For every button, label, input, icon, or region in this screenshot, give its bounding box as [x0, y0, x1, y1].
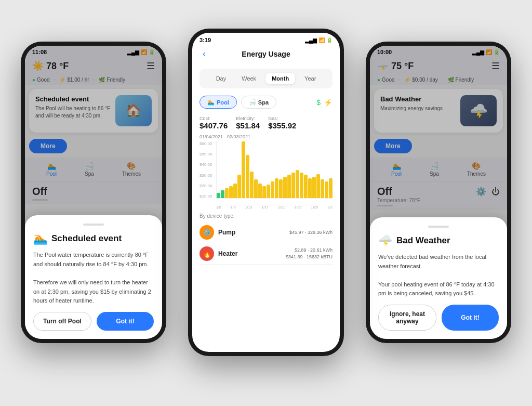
wifi-icon-right: 📶: [486, 49, 492, 55]
tab-month[interactable]: Month: [265, 73, 295, 84]
heater-stats: $2.89 · 20.61 kWh $341.69 · 15632 kBTU: [286, 247, 332, 260]
tab-year[interactable]: Year: [298, 73, 322, 84]
tab-pool-center[interactable]: 🏊 Pool: [200, 96, 237, 109]
chart-bar-23: [312, 177, 316, 198]
chart-bar-13: [271, 181, 274, 198]
more-button-right[interactable]: More: [374, 139, 412, 153]
stat-gas-value: $355.92: [268, 121, 296, 130]
info-rate-label-right: $0.00 / day: [412, 77, 437, 83]
chart-bar-7: [246, 155, 249, 198]
chart-x-labels: 1/5 1/9 1/13 1/17 1/21 1/25 1/29 2/2: [216, 205, 332, 209]
nav-tab-pool-left[interactable]: 🏊 Pool: [46, 162, 57, 177]
pool-label-right: Pool: [391, 171, 402, 177]
chart-section-center: 01/04/2021 - 02/03/2021 $60.00 $50.00 $4…: [192, 134, 340, 209]
modal-actions-right: Ignore, heat anyway Got it!: [378, 305, 499, 331]
stat-cost-label: Cost:: [200, 116, 228, 121]
chart-bars: [216, 141, 332, 199]
left-phone-screen: 11:08 ▂▄▆ 📶 🔋 ☀️ 78 °F ☰ ● Good · ⚡: [25, 46, 162, 339]
modal-body-left: The Pool water temperature is currently …: [33, 251, 154, 306]
status-bar-right: 10:00 ▂▄▆ 📶 🔋: [370, 46, 507, 57]
themes-label-left: Themes: [122, 171, 141, 177]
modal-header-left: 🏊 Scheduled event: [33, 232, 154, 245]
chart-y-labels: $60.00 $50.00 $40.00 $30.00 $20.00 $10.0…: [200, 141, 216, 199]
info-good-right: ● Good: [377, 77, 395, 83]
chart-bar-1: [221, 190, 224, 198]
got-it-button-left[interactable]: Got it!: [97, 312, 154, 331]
bad-weather-img: 🌩️: [460, 95, 497, 126]
pool-label-left: Pool: [46, 171, 57, 177]
center-phone-screen: 3:19 ▂▄▆ 📶 🔋 ‹ Energy Usage Day Week Mon…: [192, 33, 340, 352]
page-title-center: Energy Usage: [242, 50, 290, 58]
lightning-icon[interactable]: ⚡: [324, 98, 332, 107]
chart-bar-18: [291, 173, 295, 198]
chart-bar-3: [229, 186, 233, 198]
chart-bar-14: [275, 178, 278, 198]
menu-icon-left[interactable]: ☰: [147, 60, 155, 72]
settings-icon-right[interactable]: ⚙️: [476, 187, 486, 197]
tab-day[interactable]: Day: [210, 73, 233, 84]
signal-icon: ▂▄▆: [127, 49, 139, 55]
nav-tab-pool-right[interactable]: 🏊 Pool: [391, 162, 402, 177]
temperature-left: 78 °F: [46, 61, 69, 72]
chart-bar-27: [329, 178, 332, 198]
signal-icons-center: ▂▄▆ 📶 🔋: [305, 37, 332, 43]
modal-body-right: We've detected bad weather from the loca…: [378, 253, 499, 298]
chart-bar-12: [267, 185, 270, 198]
themes-icon-left: 🎨: [127, 162, 136, 170]
info-friendly-label: Friendly: [107, 77, 125, 83]
chart-bar-5: [237, 175, 241, 198]
back-button-center[interactable]: ‹: [200, 47, 209, 60]
spa-label-left: Spa: [85, 171, 94, 177]
device-type-section: By device type: ⚙️ Pump $45.97 · 328.36 …: [192, 209, 340, 269]
chart-bar-16: [283, 177, 287, 198]
ignore-heat-button[interactable]: Ignore, heat anyway: [378, 305, 436, 331]
bad-weather-title: Bad Weather: [380, 95, 443, 103]
weather-icon-right: 🌩️: [377, 60, 389, 72]
status-bar-center: 3:19 ▂▄▆ 📶 🔋: [192, 33, 340, 45]
info-good-label-right: Good: [382, 77, 394, 83]
more-button-left[interactable]: More: [29, 139, 67, 153]
battery-icon: 🔋: [149, 49, 155, 55]
modal-title-left: Scheduled event: [51, 233, 122, 244]
chart-bar-10: [258, 184, 262, 198]
dollar-icon[interactable]: $: [316, 98, 321, 107]
got-it-button-right[interactable]: Got it!: [442, 305, 499, 331]
modal-actions-left: Turn off Pool Got it!: [33, 312, 154, 331]
temperature-right: 75 °F: [391, 61, 414, 72]
menu-icon-right[interactable]: ☰: [491, 60, 500, 72]
app-header-right: 🌩️ 75 °F ☰: [370, 57, 507, 75]
modal-body2-right: Your pool heating event of 86 °F today a…: [378, 280, 499, 298]
spa-tab-label: Spa: [258, 99, 269, 106]
nav-tab-themes-right[interactable]: 🎨 Themes: [467, 162, 486, 177]
info-good-label: Good: [37, 77, 49, 83]
battery-icon-center: 🔋: [326, 37, 332, 43]
modal-sheet-left: 🏊 Scheduled event The Pool water tempera…: [25, 215, 162, 339]
status-section-right: Off ⚙️ ⏻ Temperature: 78°F: [370, 181, 507, 210]
temp-display-right: 🌩️ 75 °F: [377, 60, 414, 72]
pump-name: Pump: [218, 229, 285, 236]
nav-tab-spa-left[interactable]: 🛁 Spa: [85, 162, 94, 177]
time-tabs-center: Day Week Month Year: [200, 69, 332, 88]
status-bar-left: 11:08 ▂▄▆ 📶 🔋: [25, 46, 162, 57]
device-type-label: By device type:: [200, 213, 332, 219]
modal-handle-left: [83, 224, 104, 226]
nav-tabs-left: 🏊 Pool 🛁 Spa 🎨 Themes: [25, 158, 162, 181]
tab-week[interactable]: Week: [235, 73, 262, 84]
signal-icon-center: ▂▄▆: [305, 37, 317, 43]
modal-body2-left: Therefore we will only need to turn the …: [33, 278, 154, 306]
spa-label-right: Spa: [430, 171, 439, 177]
chart-bar-20: [300, 173, 303, 198]
status-line-left: [32, 199, 48, 201]
modal-body1-left: The Pool water temperature is currently …: [33, 251, 154, 269]
status-sub-right: Temperature: 78°F: [377, 198, 500, 203]
turn-off-pool-button[interactable]: Turn off Pool: [33, 312, 91, 331]
info-rate-label: $1.00 / hr: [67, 77, 89, 83]
nav-tab-themes-left[interactable]: 🎨 Themes: [122, 162, 141, 177]
left-phone: 11:08 ▂▄▆ 📶 🔋 ☀️ 78 °F ☰ ● Good · ⚡: [21, 42, 166, 343]
power-icon-right[interactable]: ⏻: [491, 187, 500, 197]
tab-spa-center[interactable]: 🛁 Spa: [241, 96, 276, 109]
nav-tab-spa-right[interactable]: 🛁 Spa: [430, 162, 439, 177]
event-card-img-left: 🏠: [115, 95, 152, 126]
event-title-left: Scheduled event: [35, 95, 113, 103]
right-phone-screen: 10:00 ▂▄▆ 📶 🔋 🌩️ 75 °F ☰ ● Good · ⚡: [370, 46, 507, 339]
